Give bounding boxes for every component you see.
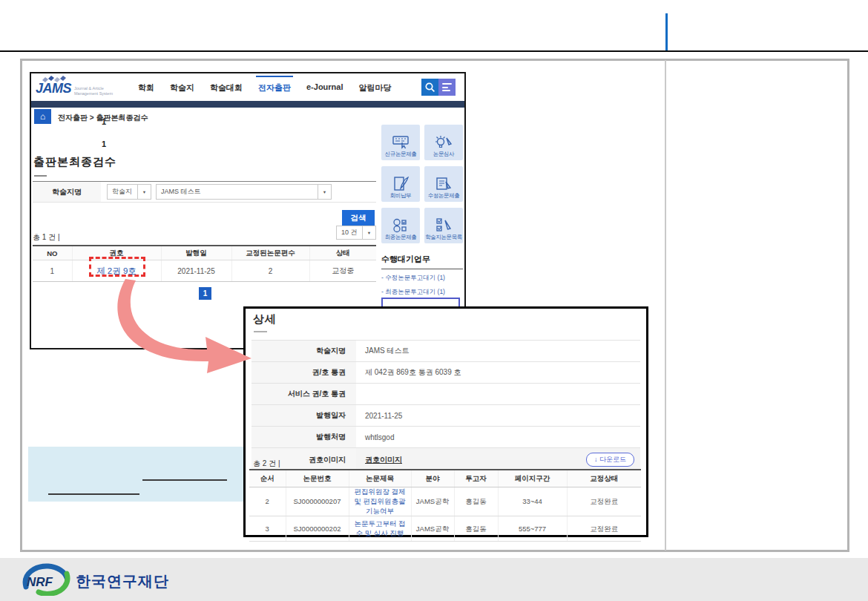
- detail-value: 제 042권 869호 통권 6039 호: [356, 362, 640, 384]
- nav-society[interactable]: 학회: [138, 82, 154, 93]
- home-icon: ⌂: [40, 111, 45, 122]
- nav-journal[interactable]: 학술지: [170, 82, 194, 93]
- tile-final-submission[interactable]: 최종논문제출: [381, 208, 420, 243]
- footer: NRF 한국연구재단: [0, 558, 868, 601]
- nrf-logo-icon: NRF: [21, 563, 73, 596]
- nav-epublishing[interactable]: 전자출판: [258, 82, 291, 93]
- tile-review[interactable]: 논문심사: [424, 125, 463, 160]
- col-status: 상태: [309, 246, 376, 260]
- top-blue-divider: [665, 13, 668, 51]
- detail-label: 발행처명: [251, 427, 356, 448]
- navy-bar: [31, 101, 464, 108]
- search-button[interactable]: [421, 79, 438, 96]
- article-count: 총 2 건 |: [253, 459, 280, 469]
- nav-conference[interactable]: 학술대회: [210, 82, 243, 93]
- paper-pencil-icon: [434, 176, 453, 192]
- note-box: [28, 447, 245, 502]
- article-row: 3 SJ0000000202 논문투고부터 접수 및 심사 진행 JAMS공학 …: [249, 516, 641, 542]
- result-count: 총 1 건 |: [33, 232, 60, 243]
- menu-button[interactable]: [438, 79, 456, 96]
- title-underline: [34, 175, 47, 177]
- popup-title: 상세: [253, 312, 277, 326]
- callout-arrow: [108, 277, 256, 374]
- issue-image-link[interactable]: 권호이미지: [365, 456, 402, 464]
- annotation-1: 1: [102, 117, 106, 126]
- nav-notice[interactable]: 알림마당: [359, 82, 392, 93]
- detail-popup: 상세 학술지명 JAMS 테스트 권/호 통권 제 042권 869호 통권 6…: [243, 306, 648, 537]
- detail-value: 2021-11-25: [356, 405, 640, 427]
- chevron-down-icon: ▼: [137, 185, 151, 199]
- detail-value: JAMS 테스트: [356, 341, 640, 362]
- main-nav: 학회 학술지 학술대회 전자출판 e-Journal 알림마당: [138, 82, 392, 93]
- page: JAMS Journal & ArticleManagement System …: [0, 0, 868, 601]
- faces-check-icon: [391, 217, 410, 234]
- highlight-dashed-box: [89, 257, 145, 277]
- detail-value: [356, 384, 640, 405]
- jams-logo[interactable]: JAMS Journal & ArticleManagement System: [36, 75, 132, 100]
- tile-journal-article-list[interactable]: 학술지논문목록: [424, 208, 463, 243]
- issue-table-header: NO 권호 발행일 교정된논문편수 상태: [33, 246, 376, 260]
- journal-name-select[interactable]: JAMS 테스트 ▼: [156, 184, 332, 200]
- checklist-pencil-icon: [434, 217, 453, 234]
- page-size-select[interactable]: 10 건 ▼: [336, 226, 376, 240]
- col-corrected-count: 교정된논문편수: [231, 246, 309, 260]
- keyboard-hand-icon: [391, 134, 410, 151]
- quick-menu: 신규논문제출 논문심사 회비납부: [381, 125, 463, 243]
- article-table-header: 순서 논문번호 논문제목 분야 투고자 페이지구간 교정상태: [249, 470, 641, 487]
- page-title: 출판본최종검수: [33, 155, 116, 169]
- logo-text: JAMS: [36, 81, 71, 96]
- footer-org-name: 한국연구재단: [76, 571, 169, 591]
- article-title-link[interactable]: 논문투고부터 접수 및 심사 진행: [354, 519, 405, 537]
- pending-tasks-title: 수행대기업무: [381, 254, 463, 269]
- detail-label: 서비스 권/호 통권: [251, 384, 356, 405]
- chevron-down-icon: ▼: [318, 185, 331, 199]
- journal-type-select[interactable]: 학술지 ▼: [107, 184, 151, 200]
- annotation-2: 1: [102, 139, 106, 148]
- pending-tasks: - 수정논문투고대기 (1) - 최종논문투고대기 (1): [381, 271, 464, 299]
- bulb-pencil-icon: [434, 134, 453, 151]
- redaction-line: [142, 479, 227, 481]
- svg-text:NRF: NRF: [27, 575, 53, 589]
- jams-header: JAMS Journal & ArticleManagement System …: [31, 73, 464, 101]
- col-no: NO: [33, 246, 72, 260]
- chevron-down-icon: ▼: [362, 226, 375, 239]
- col-pubdate: 발행일: [161, 246, 231, 260]
- detail-label: 학술지명: [251, 341, 356, 362]
- article-title-link[interactable]: 편집위원장 결제 및 편집위원총괄 기능여부: [354, 487, 405, 515]
- article-table: 순서 논문번호 논문제목 분야 투고자 페이지구간 교정상태 2 SJ00000…: [249, 469, 641, 542]
- cell-status: 교정중: [309, 260, 376, 282]
- detail-table: 학술지명 JAMS 테스트 권/호 통권 제 042권 869호 통권 6039…: [251, 340, 640, 473]
- issue-table: NO 권호 발행일 교정된논문편수 상태 1 제 2권 9호 2021-11-2…: [33, 245, 376, 282]
- cell-no: 1: [33, 260, 72, 282]
- search-icon: [424, 82, 435, 93]
- search-form: 학술지명 학술지 ▼ JAMS 테스트 ▼: [33, 181, 376, 203]
- detail-label: 권/호 통권: [251, 362, 356, 384]
- tile-new-submission[interactable]: 신규논문제출: [381, 125, 420, 160]
- tile-revised-submission[interactable]: 수정논문제출: [424, 166, 463, 202]
- detail-label: 발행일자: [251, 405, 356, 427]
- redaction-line: [48, 493, 139, 495]
- paper-feather-icon: [391, 176, 410, 192]
- search-submit-button[interactable]: 검색: [342, 210, 375, 226]
- home-button[interactable]: ⌂: [34, 109, 51, 124]
- top-black-divider: [0, 50, 868, 52]
- download-button[interactable]: ↓ 다운로드: [586, 453, 634, 467]
- pending-revised-link[interactable]: - 수정논문투고대기 (1): [381, 271, 464, 285]
- header-actions: [421, 79, 456, 96]
- menu-icon: [442, 83, 452, 85]
- tile-membership-fee[interactable]: 회비납부: [381, 166, 420, 202]
- nav-ejournal[interactable]: e-Journal: [306, 82, 343, 93]
- journal-name-label: 학술지명: [33, 182, 101, 202]
- detail-value: whtlsgod: [356, 427, 640, 448]
- article-row: 2 SJ0000000207 편집위원장 결제 및 편집위원총괄 기능여부 JA…: [249, 487, 641, 516]
- logo-subtitle: Journal & ArticleManagement System: [74, 86, 113, 96]
- frame-column-divider: [665, 60, 666, 551]
